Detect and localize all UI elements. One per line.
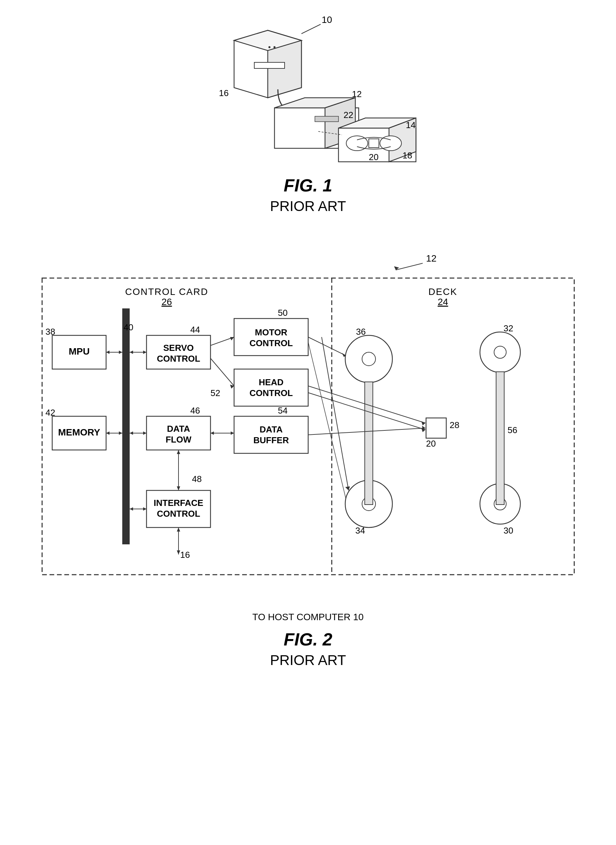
fig2-diagram: CONTROL CARD 26 DECK 24 MPU 38 MEMORY 42… <box>39 275 578 605</box>
ref-44: 44 <box>190 325 200 335</box>
svg-marker-43 <box>177 450 180 454</box>
ref-50: 50 <box>278 308 287 318</box>
ref-40: 40 <box>123 322 133 332</box>
ref-30: 30 <box>503 526 513 536</box>
motor-label2: CONTROL <box>249 338 293 348</box>
fig2-label: FIG. 2 <box>284 629 332 650</box>
svg-marker-39 <box>130 431 133 435</box>
deck-number: 24 <box>437 297 448 307</box>
svg-rect-16 <box>369 139 379 148</box>
control-card-title: CONTROL CARD <box>125 287 208 297</box>
ref-12-fig1: 12 <box>352 89 362 99</box>
ref-56: 56 <box>507 425 517 435</box>
ref-20-fig1: 20 <box>369 152 378 162</box>
servo-label2: CONTROL <box>157 354 200 364</box>
host-computer-label: TO HOST COMPUTER 10 <box>39 612 578 623</box>
ref-16-fig1: 16 <box>219 88 229 98</box>
svg-point-6 <box>273 46 276 48</box>
ref-14-fig1: 14 <box>406 120 416 130</box>
ref-20-fig2: 20 <box>426 438 436 449</box>
databuffer-label: DATA <box>259 424 283 435</box>
svg-line-79 <box>308 342 346 499</box>
svg-line-54 <box>211 358 234 386</box>
control-card-number: 26 <box>161 297 172 307</box>
servo-label: SERVO <box>163 343 194 353</box>
svg-marker-31 <box>106 431 110 435</box>
fig1-label: FIG. 1 <box>284 175 332 195</box>
memory-label: MEMORY <box>58 427 100 438</box>
ref-48: 48 <box>192 474 202 484</box>
svg-marker-42 <box>177 486 180 491</box>
svg-rect-68 <box>496 372 504 504</box>
ref-42: 42 <box>45 407 55 417</box>
ref-52: 52 <box>211 388 220 398</box>
svg-marker-27 <box>106 351 110 354</box>
ref-46: 46 <box>190 406 200 416</box>
svg-marker-26 <box>119 351 122 354</box>
svg-rect-4 <box>254 62 285 68</box>
svg-line-19 <box>396 263 423 270</box>
ref-54: 54 <box>278 406 287 416</box>
svg-point-5 <box>268 46 270 48</box>
svg-marker-38 <box>143 431 147 435</box>
fig1-prior-art: PRIOR ART <box>270 198 346 215</box>
ref-18-fig1: 18 <box>402 150 412 160</box>
svg-line-0 <box>301 24 321 34</box>
svg-marker-59 <box>211 431 214 435</box>
svg-marker-34 <box>143 351 147 354</box>
interface-label: INTERFACE <box>154 498 203 508</box>
deck-title: DECK <box>428 287 458 297</box>
svg-line-71 <box>308 337 346 356</box>
head-label2: CONTROL <box>249 388 293 398</box>
svg-rect-56 <box>234 416 308 453</box>
fig1-section: 10 16 12 22 <box>20 13 596 231</box>
svg-line-80 <box>322 337 349 491</box>
dataflow-label2: FLOW <box>165 435 191 445</box>
svg-text:12: 12 <box>426 253 437 264</box>
svg-rect-69 <box>426 418 446 438</box>
svg-marker-58 <box>231 431 234 435</box>
ref-22-fig1: 22 <box>343 110 353 120</box>
ref-16-fig2: 16 <box>180 550 190 560</box>
svg-marker-30 <box>119 431 122 435</box>
svg-rect-10 <box>315 116 339 122</box>
ref-28: 28 <box>450 420 459 430</box>
svg-rect-53 <box>234 369 308 406</box>
dataflow-label: DATA <box>167 424 190 434</box>
svg-marker-45 <box>143 507 147 511</box>
ref-34: 34 <box>355 526 365 536</box>
fig2-ref-arrow: 12 <box>39 251 578 272</box>
fig2-prior-art: PRIOR ART <box>270 652 346 669</box>
svg-marker-52 <box>230 337 234 341</box>
ref-36: 36 <box>356 326 366 337</box>
databuffer-label2: BUFFER <box>253 435 289 445</box>
svg-rect-23 <box>122 309 130 544</box>
svg-marker-49 <box>177 528 180 532</box>
svg-marker-74 <box>421 421 425 425</box>
head-label: HEAD <box>259 377 284 387</box>
svg-marker-46 <box>130 507 133 511</box>
interface-label2: CONTROL <box>157 508 200 519</box>
svg-rect-70 <box>365 382 373 504</box>
mpu-label: MPU <box>68 346 89 357</box>
fig2-section: 12 CONTROL CARD 26 DECK 24 MPU 38 MEMORY… <box>20 251 596 685</box>
svg-point-63 <box>494 346 506 358</box>
svg-marker-81 <box>345 486 350 491</box>
motor-label: MOTOR <box>255 327 287 337</box>
ref-38: 38 <box>45 326 55 337</box>
svg-point-61 <box>362 352 375 366</box>
svg-marker-35 <box>130 351 133 354</box>
svg-marker-48 <box>177 550 180 554</box>
ref-32: 32 <box>503 323 513 334</box>
ref-10: 10 <box>322 15 332 25</box>
fig1-drawing: 10 16 12 22 <box>173 13 443 169</box>
